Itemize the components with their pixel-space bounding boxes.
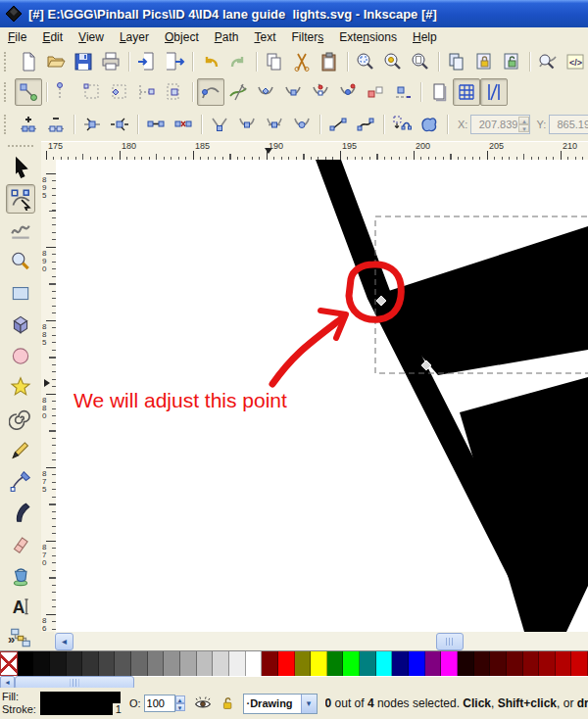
snap-object-center-button[interactable]: [334, 78, 362, 106]
node-symmetric-button[interactable]: [261, 111, 288, 138]
copy-button[interactable]: [261, 48, 288, 75]
palette-swatch[interactable]: [164, 651, 180, 676]
open-document-button[interactable]: [42, 48, 70, 75]
x-coordinate-input[interactable]: [471, 117, 518, 132]
tool-star-button[interactable]: [6, 372, 35, 402]
tool-spiral-button[interactable]: [6, 404, 35, 433]
snap-enable-button[interactable]: [15, 78, 42, 106]
palette-swatch[interactable]: [343, 651, 360, 676]
join-segment-button[interactable]: [142, 111, 170, 138]
snap-smooth-node-button[interactable]: [279, 78, 307, 106]
palette-swatch[interactable]: [539, 651, 556, 676]
tool-selector-button[interactable]: [6, 153, 35, 182]
snap-text-baseline-button[interactable]: [389, 78, 416, 106]
palette-swatch[interactable]: [441, 651, 458, 676]
cut-button[interactable]: [288, 48, 316, 75]
drawing-canvas[interactable]: We will adjust this point: [56, 160, 588, 632]
menu-file[interactable]: File: [0, 28, 34, 47]
menu-extensions[interactable]: Extensions: [331, 28, 405, 47]
horizontal-scrollbar[interactable]: ◂: [54, 632, 588, 650]
palette-swatch[interactable]: [18, 651, 34, 676]
palette-swatch[interactable]: [507, 651, 523, 676]
node-smooth-button[interactable]: [233, 111, 261, 138]
vertical-ruler[interactable]: 895890885880875870865: [41, 160, 56, 632]
undo-button[interactable]: [197, 48, 224, 75]
tool-tweak-button[interactable]: [6, 216, 35, 245]
scrollbar-thumb[interactable]: [436, 633, 464, 650]
snap-bbox-page-button[interactable]: [161, 78, 188, 106]
palette-swatch[interactable]: [392, 651, 409, 676]
palette-swatch[interactable]: [425, 651, 442, 676]
menu-filters[interactable]: Filters: [283, 28, 331, 47]
snap-cusp-node-button[interactable]: [252, 78, 279, 106]
redo-button[interactable]: [224, 48, 252, 75]
tool-calligraphy-button[interactable]: [6, 498, 35, 527]
tool-pen-button[interactable]: [6, 466, 35, 496]
palette-swatch[interactable]: [571, 651, 588, 676]
paste-button[interactable]: [316, 48, 343, 75]
palette-swatch[interactable]: [262, 651, 278, 676]
layer-lock-toggle[interactable]: [220, 695, 235, 711]
snap-bbox-center-button[interactable]: [133, 78, 161, 106]
palette-swatch[interactable]: [99, 651, 116, 676]
snap-nodes-path-button[interactable]: [197, 78, 224, 106]
palette-swatch[interactable]: [229, 651, 246, 676]
menu-edit[interactable]: Edit: [34, 28, 71, 47]
fill-color-swatch[interactable]: [40, 692, 121, 703]
tool-rect-button[interactable]: [6, 278, 35, 308]
scroll-left-button[interactable]: ◂: [55, 633, 74, 650]
menu-view[interactable]: View: [71, 28, 112, 47]
zoom-page-button[interactable]: [407, 48, 434, 75]
palette-swatch[interactable]: [327, 651, 344, 676]
toolbar-grip[interactable]: [4, 52, 9, 72]
export-bitmap-button[interactable]: [161, 48, 188, 75]
y-coordinate-input[interactable]: [550, 117, 588, 132]
new-document-button[interactable]: [15, 48, 42, 75]
palette-swatch[interactable]: [376, 651, 393, 676]
x-spinner[interactable]: ▴▾: [518, 117, 529, 132]
palette-swatch[interactable]: [131, 651, 148, 676]
segment-line-button[interactable]: [324, 111, 352, 138]
snap-line-midpoint-button[interactable]: [307, 78, 334, 106]
page-border-button[interactable]: [425, 78, 453, 106]
toolbar-grip[interactable]: [4, 82, 9, 102]
zoom-drawing-button[interactable]: [379, 48, 407, 75]
layer-visibility-toggle[interactable]: [193, 695, 213, 712]
snap-rotation-center-button[interactable]: [362, 78, 389, 106]
zoom-selection-button[interactable]: [352, 48, 379, 75]
toolbox-overflow-button[interactable]: »: [8, 632, 37, 647]
delete-segment-button[interactable]: [170, 111, 197, 138]
guides-toggle-button[interactable]: [480, 78, 508, 106]
menu-object[interactable]: Object: [157, 28, 207, 47]
join-nodes-button[interactable]: [78, 111, 106, 138]
node-corner-button[interactable]: [206, 111, 233, 138]
palette-swatch[interactable]: [278, 651, 295, 676]
opacity-input[interactable]: [144, 695, 175, 712]
menu-path[interactable]: Path: [207, 28, 247, 47]
tool-zoom-button[interactable]: [6, 247, 35, 276]
palette-swatch[interactable]: [148, 651, 165, 676]
delete-node-button[interactable]: [42, 111, 70, 138]
palette-swatch[interactable]: [246, 651, 263, 676]
palette-swatch[interactable]: [115, 651, 131, 676]
palette-swatch[interactable]: [360, 651, 376, 676]
tool-eraser-button[interactable]: [6, 529, 35, 558]
palette-none-swatch[interactable]: [0, 651, 18, 676]
palette-swatch[interactable]: [556, 651, 572, 676]
snap-bbox-edge-button[interactable]: [51, 78, 78, 106]
palette-swatch[interactable]: [490, 651, 507, 676]
tool-text-button[interactable]: A: [6, 592, 35, 621]
tool-3dbox-button[interactable]: [6, 310, 35, 339]
break-nodes-button[interactable]: [106, 111, 133, 138]
palette-swatch[interactable]: [409, 651, 425, 676]
save-document-button[interactable]: [70, 48, 97, 75]
palette-swatch[interactable]: [523, 651, 540, 676]
snap-bbox-edge-midpoint-button[interactable]: [106, 78, 133, 106]
palette-swatch[interactable]: [197, 651, 214, 676]
palette-swatch[interactable]: [295, 651, 312, 676]
layer-selector[interactable]: ·Drawing ▾: [243, 694, 318, 714]
import-document-button[interactable]: [133, 48, 161, 75]
find-button[interactable]: [534, 48, 562, 75]
menu-text[interactable]: Text: [246, 28, 283, 47]
toolbar-grip[interactable]: [4, 115, 9, 134]
